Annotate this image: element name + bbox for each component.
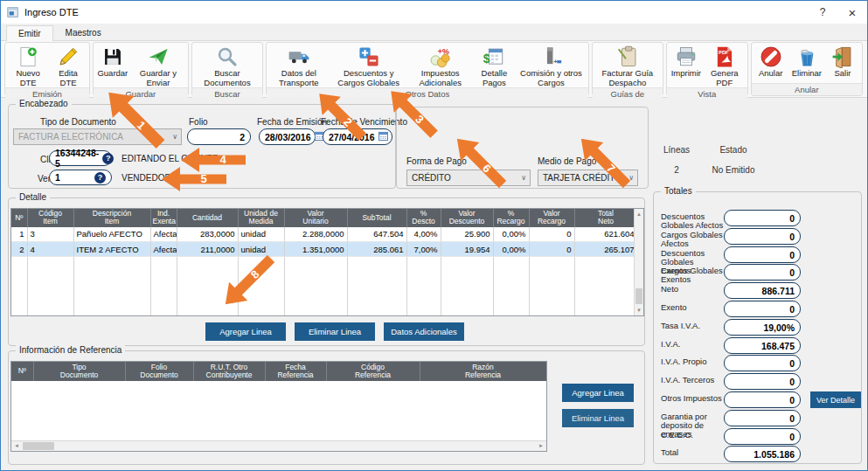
imprimir-button[interactable]: Imprimir (669, 44, 704, 79)
new-document-icon (17, 45, 39, 68)
reference-column-header[interactable]: FechaReferencia (265, 362, 326, 381)
ribbon-group-buscar: Buscar DocumentosBuscar (191, 42, 263, 96)
cancel-icon (760, 45, 782, 68)
help-button[interactable]: ? (808, 1, 837, 24)
datos-del-transporte-button[interactable]: Datos del Transporte (268, 44, 330, 87)
edita-dte-button[interactable]: Edita DTE (49, 44, 87, 87)
detalle-agregar-linea-button[interactable]: Agregar Linea (205, 322, 286, 341)
commission-icon: + (539, 45, 562, 68)
tasa-i-v-a-field[interactable]: 19,00% (724, 319, 801, 336)
i-v-a-propio-field[interactable]: 0 (724, 355, 801, 371)
detail-vertical-scrollbar[interactable]: ▲ ▼ (634, 209, 643, 315)
detail-column-header[interactable]: Nº (11, 209, 27, 227)
buscar-documentos-button[interactable]: Buscar Documentos (194, 44, 260, 87)
detail-column-header[interactable]: DescripciónItem (73, 209, 150, 227)
fecha-vencimiento-label: Fecha de Vencimiento (321, 117, 407, 127)
detail-column-header[interactable]: ValorUnitario (284, 209, 347, 227)
cliente-field[interactable]: 16344248-5 ? (49, 150, 112, 166)
svg-text:PDF: PDF (719, 50, 729, 55)
tab-emitir[interactable]: Emitir (6, 25, 53, 41)
detail-column-header[interactable]: %Descto (406, 209, 441, 227)
folio-field[interactable]: 2 (187, 128, 251, 145)
genera-pdf-button[interactable]: PDFGenera PDF (704, 44, 746, 87)
salir-button[interactable]: Salir (825, 44, 860, 79)
reference-horizontal-scrollbar[interactable]: ◄ ► (11, 440, 546, 451)
close-button[interactable]: × (837, 1, 867, 24)
detail-column-header[interactable]: ValorDescuento (441, 209, 493, 227)
reference-column-header[interactable]: FolioDocumento (125, 362, 193, 381)
chevron-down-icon: ∨ (172, 133, 177, 141)
empty-row (11, 257, 637, 272)
comision-y-otros-cargos-button[interactable]: +Comisión y otros Cargos (516, 44, 587, 87)
detail-column-header[interactable]: TotalNeto (574, 209, 637, 227)
forma-pago-select[interactable]: CRÉDITO ∨ (406, 170, 531, 186)
send-plane-icon (147, 45, 170, 68)
scrollbar-thumb[interactable] (23, 442, 54, 450)
reference-column-header[interactable]: TipoDocumento (33, 362, 125, 381)
cargos-globales-afectos-field[interactable]: 0 (724, 228, 801, 245)
detail-column-header[interactable]: SubTotal (347, 209, 406, 227)
scroll-down-icon[interactable]: ▼ (635, 305, 643, 315)
fecha-vencimiento-field[interactable]: 27/04/2016 (323, 128, 392, 145)
reference-column-header[interactable]: RazónReferencia (420, 362, 546, 381)
guardar-y-enviar-button[interactable]: Guardar y Enviar (130, 44, 186, 87)
i-v-a-propio-label: I.V.A. Propio (661, 357, 724, 366)
facturar-guia-despacho-button[interactable]: Facturar Guía Despacho (594, 44, 661, 87)
scroll-left-icon[interactable]: ◄ (11, 441, 22, 451)
tipo-documento-select: FACTURA ELECTRÓNICA ∨ (13, 128, 182, 145)
detail-column-header[interactable]: Cantidad (177, 209, 238, 227)
encabezado-groupbox: Encabezado Tipo de Documento FACTURA ELE… (8, 104, 396, 189)
cargos-globales-exentos-field[interactable]: 0 (724, 264, 801, 281)
estado-value: No Emitido (705, 165, 761, 175)
scroll-right-icon[interactable]: ► (536, 441, 546, 451)
fecha-emision-field[interactable]: 28/03/2016 (259, 128, 316, 145)
table-row[interactable]: 24ITEM 2 AFECTOAfecta211,0000unidad1.351… (11, 242, 637, 257)
detail-column-header[interactable]: Ind.Exenta (150, 209, 177, 227)
help-icon[interactable]: ? (102, 153, 114, 164)
i-v-a-field[interactable]: 168.475 (724, 337, 801, 354)
detail-column-header[interactable]: ValorRecargo (529, 209, 574, 227)
exento-label: Exento (661, 303, 724, 312)
detail-column-header[interactable]: %Recargo (493, 209, 529, 227)
descuentos-y-cargos-globales-button[interactable]: Descuentos y Cargos Globales (330, 44, 408, 87)
calendar-icon[interactable] (378, 131, 388, 142)
detalle-eliminar-linea-button[interactable]: Eliminar Linea (295, 322, 375, 341)
referencia-eliminar-linea-button[interactable]: Eliminar Linea (562, 409, 634, 427)
exento-field[interactable]: 0 (724, 301, 801, 317)
eliminar-button[interactable]: Eliminar (788, 44, 825, 79)
vendedor-hint: VENDEDOR (122, 173, 171, 183)
reference-column-header[interactable]: Nº (11, 362, 33, 381)
scroll-up-icon[interactable]: ▲ (635, 209, 643, 219)
detalle-pagos-button[interactable]: $Detalle Pagos (473, 44, 516, 87)
medio-pago-select[interactable]: TARJETA CRÉDITO ∨ (538, 170, 638, 186)
otros-impuestos-label: Otros Impuestos (661, 394, 724, 403)
reference-column-header[interactable]: R.U.T. OtroContribuyente (193, 362, 265, 381)
help-icon[interactable]: ? (94, 172, 106, 184)
vendedor-field[interactable]: 1 ? (49, 170, 112, 185)
otros-impuestos-field[interactable]: 0 (724, 391, 801, 408)
tab-maestros[interactable]: Maestros (53, 24, 114, 40)
guardar-button[interactable]: Guardar (95, 44, 130, 79)
datos-adicionales-button[interactable]: Datos Adicionales (384, 322, 464, 341)
total-field[interactable]: 1.055.186 (724, 446, 801, 462)
detail-column-header[interactable]: Unidad deMedida (238, 209, 284, 227)
detalle-groupbox: Detalle NºCódigoItemDescripciónItemInd.E… (8, 197, 645, 346)
c-e-e-c-field[interactable]: 0 (724, 428, 801, 445)
anular-button[interactable]: Anular (753, 44, 788, 79)
descuentos-globales-exentos-field[interactable]: 0 (724, 246, 801, 263)
detalle-legend: Detalle (16, 192, 50, 202)
descuentos-globales-afectos-field[interactable]: 0 (724, 210, 801, 226)
table-row[interactable]: 13Pañuelo AFECTOAfecta283,0000unidad2.28… (11, 227, 637, 242)
garantia-por-deposito-de-envases-field[interactable]: 0 (724, 410, 801, 426)
impuestos-adicionales-button[interactable]: +%Impuestos Adicionales (408, 44, 473, 87)
scrollbar-thumb[interactable] (635, 288, 642, 304)
ver-detalle-button[interactable]: Ver Detalle (810, 391, 861, 408)
i-v-a-terceros-field[interactable]: 0 (724, 373, 801, 390)
reference-column-header[interactable]: CódigoReferencia (326, 362, 420, 381)
edit-pencil-icon (57, 45, 80, 68)
neto-field[interactable]: 886.711 (724, 282, 801, 299)
detail-column-header[interactable]: CódigoItem (27, 209, 73, 227)
referencia-agregar-linea-button[interactable]: Agregar Linea (562, 384, 634, 402)
nuevo-dte-button[interactable]: Nuevo DTE (7, 44, 49, 87)
title-bar: Ingreso DTE ? × (1, 1, 867, 24)
